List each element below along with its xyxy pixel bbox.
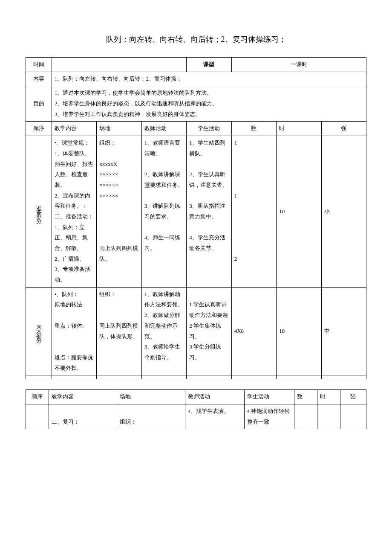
table-row-empty xyxy=(26,375,366,379)
header-intensity: 强 xyxy=(321,122,366,136)
t2-order xyxy=(26,404,49,429)
class-type-value: 一课时 xyxy=(231,58,366,72)
table-row: 时间 课型 一课时 xyxy=(26,58,366,72)
lesson-plan-table: 时间 课型 一课时 内容 1、队列：向左转、向右转、向后转；2、复习体操； 目的… xyxy=(26,57,366,379)
lesson-plan-table-2: 顺序 教学内容 场地 教师活动 学生活动 数 时 强 二、复习： 组织： 4、找… xyxy=(26,389,366,429)
header-time: 时 xyxy=(277,122,321,136)
table-row: 二、复习： 组织： 4、找学生表演。 4 神饱满动作轻松整齐一致 xyxy=(26,404,366,429)
table-gap xyxy=(26,379,366,389)
table-row: 目的 1、通过本次课的学习，使学生学会简单的原地转法的队列方法。 2、培养学生身… xyxy=(26,86,366,122)
purpose-line: 1、通过本次课的学习，使学生学会简单的原地转法的队列方法。 xyxy=(55,88,363,99)
header-student: 学生活动 xyxy=(187,122,231,136)
header-order: 顺序 xyxy=(26,390,49,404)
t2-num xyxy=(294,404,317,429)
table-row: 内容 1、队列：向左转、向右转、向后转；2、复习体操； xyxy=(26,72,366,86)
header-num: 数 xyxy=(231,122,276,136)
page-title: 队列：向左转、向右转、向后转；2、复习体操练习； xyxy=(26,34,366,44)
time-label: 时间 xyxy=(26,58,52,72)
column-header-row: 顺序 教学内容 场地 教师活动 学生活动 数 时 强 xyxy=(26,390,366,404)
class-type-label: 课型 xyxy=(187,58,231,72)
prep-num: 1 1 2 xyxy=(231,136,276,288)
basic-place: 组织： 同上队列四列横队，体操队形。 xyxy=(97,287,141,375)
basic-time: 18 xyxy=(277,287,321,375)
t2-content: 二、复习： xyxy=(49,404,117,429)
header-teacher: 教师活动 xyxy=(185,390,244,404)
basic-intensity: 中 xyxy=(321,287,366,375)
t2-intensity xyxy=(340,404,366,429)
header-place: 场地 xyxy=(117,390,185,404)
header-teach-content: 教学内容 xyxy=(52,122,96,136)
t2-time xyxy=(317,404,340,429)
purpose-line: 3、培养学生对工作认真负责的精神，发展良好的身体姿态。 xyxy=(55,109,363,120)
content-value: 1、队列：向左转、向右转、向后转；2、复习体操； xyxy=(52,72,366,86)
header-student: 学生活动 xyxy=(244,390,294,404)
header-time: 时 xyxy=(317,390,340,404)
basic-content: •、队列： 原地的转法: 重点：转体: 难点：腿要靠拢不要外扫。 xyxy=(52,287,96,375)
header-teacher: 教师活动 xyxy=(141,122,186,136)
basic-label: 基本部分 xyxy=(26,287,52,375)
prep-label: 准备部分 xyxy=(26,136,52,288)
t2-teacher: 4、找学生表演。 xyxy=(185,404,244,429)
prep-content: •、课堂常规： 1、体委整队、师生问好、报告人数、检查服装。 2、宣布课的内容和… xyxy=(52,136,96,288)
purpose-line: 2、培养学生身体的良好的姿态，以及行动迅速和听从指挥的能力。 xyxy=(55,99,363,109)
basic-num: 4X8 xyxy=(231,287,276,375)
time-value xyxy=(52,58,186,72)
header-teach-content: 教学内容 xyxy=(49,390,117,404)
basic-student: 1 学生认真听讲动作方法和要领 2 学生集体练习。 3 学生分组练习。 xyxy=(187,287,231,375)
basic-teacher: 1、教师讲解动作方法和要领。 2、教师做分解和完整动作示范。 3、教师给学生个别… xyxy=(141,287,186,375)
t2-student: 4 神饱满动作轻松整齐一致 xyxy=(244,404,294,429)
prep-student: 1、学生站四列横队。 2、学生认真听讲，注意关查。 3、听从指挥注意力集中。 4… xyxy=(187,136,231,288)
table-row-basic: 基本部分 •、队列： 原地的转法: 重点：转体: 难点：腿要靠拢不要外扫。 组织… xyxy=(26,287,366,375)
header-place: 场地 xyxy=(97,122,141,136)
header-intensity: 强 xyxy=(340,390,366,404)
header-num: 数 xyxy=(294,390,317,404)
prep-place: 组织： xxxxxX ×××××× ×××××× ×××××× 同上队列四列横队… xyxy=(97,136,141,288)
header-order: 顺序 xyxy=(26,122,52,136)
t2-place: 组织： xyxy=(117,404,185,429)
purpose-value: 1、通过本次课的学习，使学生学会简单的原地转法的队列方法。 2、培养学生身体的良… xyxy=(52,86,366,122)
table-row-prep: 准备部分 •、课堂常规： 1、体委整队、师生问好、报告人数、检查服装。 2、宣布… xyxy=(26,136,366,288)
prep-intensity: 小 xyxy=(321,136,366,288)
purpose-label: 目的 xyxy=(26,86,52,122)
prep-time: 10 xyxy=(277,136,321,288)
content-label: 内容 xyxy=(26,72,52,86)
column-header-row: 顺序 教学内容 场地 教师活动 学生活动 数 时 强 xyxy=(26,122,366,136)
prep-teacher: 1、教师语言要清晰。 2、教师讲解课堂要求和任务。 3、讲解队列练习的要求。 4… xyxy=(141,136,186,288)
